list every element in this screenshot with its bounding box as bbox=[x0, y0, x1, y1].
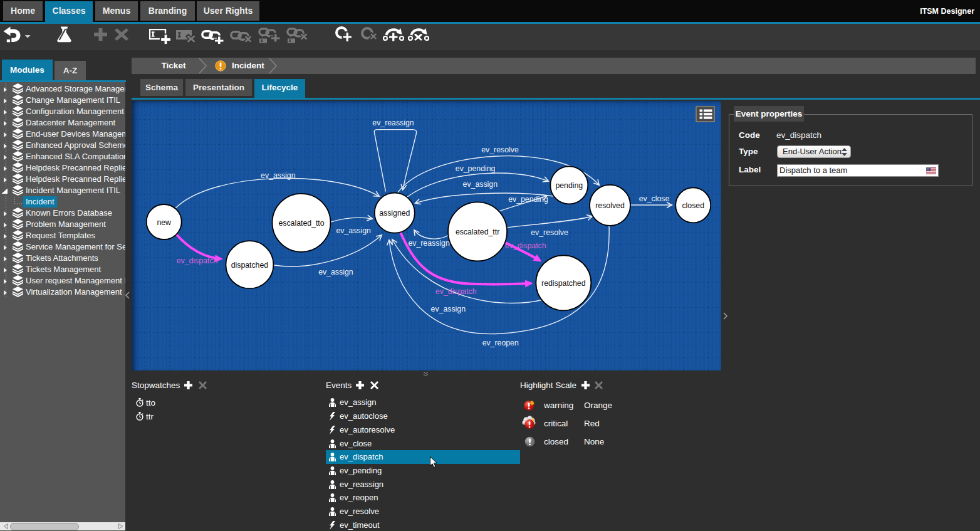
svg-text:ev_assign: ev_assign bbox=[336, 226, 372, 235]
svg-text:ev_pending: ev_pending bbox=[508, 195, 548, 204]
svg-text:escalated_tto: escalated_tto bbox=[278, 219, 324, 228]
svg-text:ev_resolve: ev_resolve bbox=[481, 145, 519, 154]
svg-text:ev_assign: ev_assign bbox=[431, 305, 466, 313]
svg-text:ev_reassign: ev_reassign bbox=[372, 118, 414, 127]
svg-text:ev_reassign: ev_reassign bbox=[408, 239, 449, 248]
svg-text:ev_resolve: ev_resolve bbox=[531, 228, 568, 237]
svg-text:ev_dispatch: ev_dispatch bbox=[505, 241, 546, 250]
svg-text:dispatched: dispatched bbox=[231, 261, 269, 270]
svg-text:closed: closed bbox=[682, 201, 704, 210]
svg-text:ev_dispatch: ev_dispatch bbox=[435, 287, 477, 296]
svg-text:assigned: assigned bbox=[379, 209, 410, 218]
svg-text:ev_assign: ev_assign bbox=[463, 180, 498, 189]
svg-text:new: new bbox=[157, 218, 171, 227]
svg-text:ev_pending: ev_pending bbox=[456, 164, 496, 173]
svg-text:ev_close: ev_close bbox=[639, 194, 670, 203]
svg-text:ev_assign: ev_assign bbox=[261, 171, 296, 180]
svg-text:redispatched: redispatched bbox=[541, 279, 586, 288]
svg-text:ev_dispatch: ev_dispatch bbox=[177, 256, 218, 265]
svg-text:ev_reopen: ev_reopen bbox=[482, 339, 519, 347]
svg-text:resolved: resolved bbox=[595, 201, 625, 210]
svg-text:escalated_ttr: escalated_ttr bbox=[456, 228, 499, 236]
svg-text:ev_assign: ev_assign bbox=[318, 268, 353, 276]
svg-text:pending: pending bbox=[555, 181, 583, 190]
